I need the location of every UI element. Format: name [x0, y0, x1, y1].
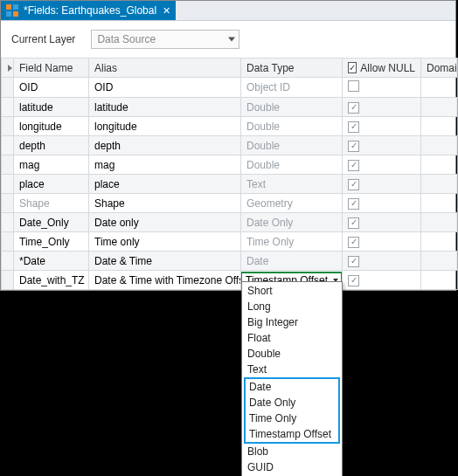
cell-allow-null[interactable]: ✓ — [343, 194, 421, 213]
checkbox-checked-icon[interactable]: ✓ — [348, 198, 359, 210]
row-gutter[interactable] — [2, 194, 14, 213]
dropdown-option[interactable]: Date Only — [246, 395, 338, 410]
cell-data-type[interactable]: Time Only — [241, 232, 343, 252]
col-header-alias[interactable]: Alias — [89, 59, 241, 78]
col-header-field[interactable]: Field Name — [14, 59, 89, 78]
dropdown-option[interactable]: Float — [242, 330, 342, 346]
cell-allow-null[interactable]: ✓ — [343, 155, 421, 175]
cell-alias[interactable]: Date & Time — [89, 252, 241, 271]
table-row[interactable]: placeplaceText✓ — [2, 175, 458, 194]
row-gutter-header[interactable] — [2, 59, 14, 78]
cell-data-type[interactable]: Double — [241, 136, 343, 155]
cell-allow-null[interactable]: ✓ — [343, 232, 421, 252]
cell-domain[interactable] — [421, 136, 458, 155]
cell-alias[interactable]: OID — [89, 78, 241, 98]
dropdown-option[interactable]: Blob — [242, 444, 342, 459]
cell-field-name[interactable]: Date_Only — [14, 213, 89, 232]
checkbox-checked-icon[interactable]: ✓ — [348, 275, 359, 286]
cell-domain[interactable] — [421, 98, 458, 117]
data-source-select[interactable]: Data Source — [91, 30, 239, 49]
table-row[interactable]: Date_with_TZDate & Time with Timezone Of… — [2, 271, 458, 290]
cell-data-type[interactable]: Text — [241, 175, 343, 194]
cell-allow-null[interactable] — [343, 78, 421, 98]
cell-allow-null[interactable]: ✓ — [343, 117, 421, 136]
dropdown-option[interactable]: Date — [246, 379, 338, 395]
cell-domain[interactable] — [421, 213, 458, 232]
cell-alias[interactable]: Date & Time with Timezone Offset — [89, 271, 241, 290]
cell-data-type[interactable]: Double — [241, 117, 343, 136]
row-gutter[interactable] — [2, 136, 14, 155]
row-gutter[interactable] — [2, 98, 14, 117]
cell-alias[interactable]: depth — [89, 136, 241, 155]
table-row[interactable]: magmagDouble✓ — [2, 155, 458, 175]
cell-alias[interactable]: latitude — [89, 98, 241, 117]
col-header-type[interactable]: Data Type — [241, 59, 343, 78]
table-row[interactable]: *DateDate & TimeDate✓ — [2, 252, 458, 271]
cell-field-name[interactable]: longitude — [14, 117, 89, 136]
cell-domain[interactable] — [421, 175, 458, 194]
row-gutter[interactable] — [2, 232, 14, 252]
cell-domain[interactable] — [421, 194, 458, 213]
cell-field-name[interactable]: Shape — [14, 194, 89, 213]
dropdown-option[interactable]: Time Only — [246, 410, 338, 426]
checkbox-checked-icon[interactable]: ✓ — [348, 160, 359, 171]
row-gutter[interactable] — [2, 271, 14, 290]
checkbox-checked-icon[interactable]: ✓ — [348, 102, 359, 114]
row-gutter[interactable] — [2, 175, 14, 194]
cell-domain[interactable] — [421, 117, 458, 136]
cell-alias[interactable]: longitude — [89, 117, 241, 136]
table-row[interactable]: Time_OnlyTime onlyTime Only✓ — [2, 232, 458, 252]
table-row[interactable]: OIDOIDObject ID — [2, 78, 458, 98]
table-row[interactable]: latitudelatitudeDouble✓ — [2, 98, 458, 117]
checkbox-checked-icon[interactable]: ✓ — [348, 256, 359, 267]
cell-allow-null[interactable]: ✓ — [343, 136, 421, 155]
cell-field-name[interactable]: latitude — [14, 98, 89, 117]
cell-domain[interactable] — [421, 78, 458, 98]
cell-allow-null[interactable]: ✓ — [343, 175, 421, 194]
dropdown-option[interactable]: Double — [242, 346, 342, 362]
row-gutter[interactable] — [2, 252, 14, 271]
dropdown-option[interactable]: Short — [242, 283, 342, 299]
cell-field-name[interactable]: Time_Only — [14, 232, 89, 252]
col-header-domain[interactable]: Domain — [421, 59, 458, 78]
cell-field-name[interactable]: OID — [14, 78, 89, 98]
cell-domain[interactable] — [421, 232, 458, 252]
cell-alias[interactable]: Time only — [89, 232, 241, 252]
cell-allow-null[interactable]: ✓ — [343, 252, 421, 271]
checkbox-checked-icon[interactable]: ✓ — [348, 179, 359, 190]
checkbox-checked-icon[interactable]: ✓ — [348, 237, 359, 248]
cell-field-name[interactable]: place — [14, 175, 89, 194]
row-gutter[interactable] — [2, 213, 14, 232]
cell-allow-null[interactable]: ✓ — [343, 271, 421, 290]
data-type-dropdown[interactable]: ShortLongBig IntegerFloatDoubleText Date… — [241, 281, 343, 476]
cell-data-type[interactable]: Date — [241, 252, 343, 271]
dropdown-option[interactable]: GUID — [242, 459, 342, 475]
dropdown-option[interactable]: Big Integer — [242, 314, 342, 330]
cell-alias[interactable]: place — [89, 175, 241, 194]
row-gutter[interactable] — [2, 78, 14, 98]
row-gutter[interactable] — [2, 117, 14, 136]
cell-domain[interactable] — [421, 252, 458, 271]
col-header-allow-null[interactable]: ✓ Allow NULL — [343, 59, 421, 78]
table-row[interactable]: depthdepthDouble✓ — [2, 136, 458, 155]
cell-data-type[interactable]: Date Only — [241, 213, 343, 232]
cell-allow-null[interactable]: ✓ — [343, 98, 421, 117]
tab-fields[interactable]: *Fields: Earthquakes_Global ✕ — [1, 1, 176, 20]
cell-data-type[interactable]: Object ID — [241, 78, 343, 98]
dropdown-option[interactable]: Long — [242, 299, 342, 314]
cell-domain[interactable] — [421, 155, 458, 175]
cell-data-type[interactable]: Double — [241, 98, 343, 117]
cell-field-name[interactable]: Date_with_TZ — [14, 271, 89, 290]
checkbox-checked-icon[interactable]: ✓ — [348, 217, 359, 229]
cell-data-type[interactable]: Double — [241, 155, 343, 175]
cell-field-name[interactable]: mag — [14, 155, 89, 175]
close-icon[interactable]: ✕ — [162, 6, 170, 15]
row-gutter[interactable] — [2, 155, 14, 175]
cell-field-name[interactable]: depth — [14, 136, 89, 155]
cell-alias[interactable]: Date only — [89, 213, 241, 232]
checkbox-icon[interactable]: ✓ — [348, 62, 357, 73]
checkbox-checked-icon[interactable]: ✓ — [348, 141, 359, 152]
cell-alias[interactable]: Shape — [89, 194, 241, 213]
table-row[interactable]: longitudelongitudeDouble✓ — [2, 117, 458, 136]
cell-field-name[interactable]: *Date — [14, 252, 89, 271]
